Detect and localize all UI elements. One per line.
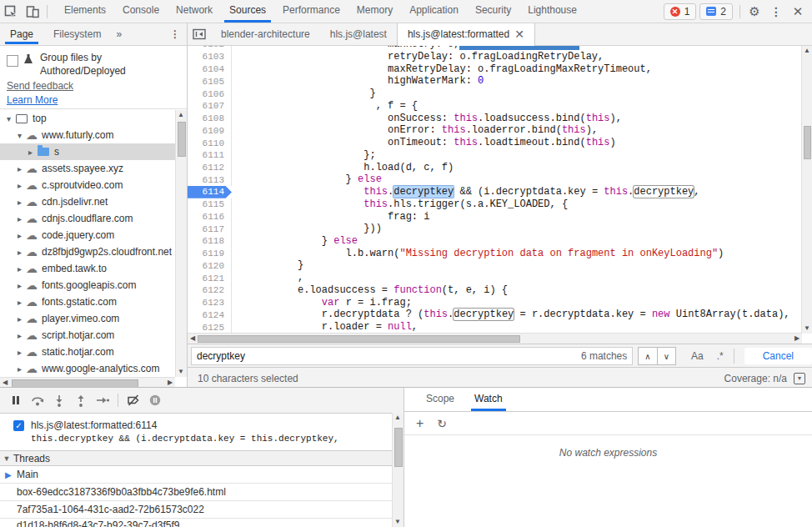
- chevron-right-icon[interactable]: ▸: [14, 348, 25, 357]
- line-number[interactable]: 6102: [188, 46, 232, 51]
- error-badge[interactable]: ✕ 1: [664, 3, 697, 20]
- editor-tab-hls-js-latest[interactable]: hls.js@latest: [320, 23, 397, 45]
- tree-item-embed-tawk-to[interactable]: ▸☁embed.tawk.to: [0, 260, 175, 277]
- tree-item-fonts-googleapis-com[interactable]: ▸☁fonts.googleapis.com: [0, 277, 175, 294]
- chevron-right-icon[interactable]: ▸: [14, 181, 25, 190]
- code-line[interactable]: 6108 onSuccess: this.loadsuccess.bind(th…: [188, 113, 802, 125]
- chevron-down-icon[interactable]: ▾: [3, 114, 14, 123]
- threads-section-header[interactable]: ▼ Threads: [0, 450, 403, 466]
- tree-item-dz8fbjd9gwp2s-cloudfront-net[interactable]: ▸☁dz8fbjd9gwp2s.cloudfront.net: [0, 243, 175, 260]
- tree-item-cdnjs-cloudflare-com[interactable]: ▸☁cdnjs.cloudflare.com: [0, 210, 175, 227]
- device-toolbar-icon[interactable]: [22, 1, 43, 23]
- line-number[interactable]: 6124: [188, 309, 232, 321]
- scroll-down-icon[interactable]: ▼: [393, 517, 403, 527]
- line-number[interactable]: 6110: [188, 137, 232, 149]
- line-number[interactable]: 6119: [188, 248, 232, 260]
- tab-memory[interactable]: Memory: [348, 0, 401, 23]
- code-line[interactable]: 6114 this.decryptkey && (i.decryptdata.k…: [188, 186, 802, 198]
- code-line[interactable]: 6102 maxRetry: o,: [188, 46, 802, 51]
- code-line[interactable]: 6106 }: [188, 88, 802, 100]
- tab-lighthouse[interactable]: Lighthouse: [519, 0, 585, 23]
- tree-item-player-vimeo-com[interactable]: ▸☁player.vimeo.com: [0, 310, 175, 327]
- sidebar-menu-icon[interactable]: ⋮: [163, 28, 187, 40]
- line-number[interactable]: 6105: [188, 75, 232, 88]
- scroll-up-icon[interactable]: ▲: [802, 46, 812, 56]
- scrollbar-thumb[interactable]: [804, 126, 811, 159]
- scrollbar-thumb[interactable]: [178, 122, 186, 157]
- scroll-right-icon[interactable]: ▶: [792, 334, 802, 344]
- tab-scope[interactable]: Scope: [416, 388, 464, 411]
- tab-security[interactable]: Security: [467, 0, 519, 23]
- chevron-right-icon[interactable]: ▸: [14, 281, 25, 290]
- sidebar-tab-filesystem[interactable]: Filesystem: [43, 24, 111, 44]
- code-line[interactable]: 6110 onTimeout: this.loadtimeout.bind(th…: [188, 137, 802, 149]
- scroll-down-icon[interactable]: ▼: [176, 367, 186, 377]
- code-line[interactable]: 6113 } else: [188, 173, 802, 186]
- more-options-icon[interactable]: ⋮: [765, 1, 787, 23]
- tab-console[interactable]: Console: [114, 0, 168, 23]
- close-tab-icon[interactable]: ✕: [514, 24, 524, 45]
- editor-tab-hls-js-latest-formatted[interactable]: hls.js@latest:formatted✕: [397, 23, 535, 46]
- scrollbar-thumb[interactable]: [394, 428, 403, 467]
- deactivate-breakpoints-icon[interactable]: [123, 389, 144, 411]
- tree-item-www-google-analytics-com[interactable]: ▸☁www.google-analytics.com: [0, 360, 175, 377]
- tree-item-static-hotjar-com[interactable]: ▸☁static.hotjar.com: [0, 344, 175, 360]
- code-area[interactable]: 6102 maxRetry: o, 6103 retryDelay: o.fra…: [188, 46, 802, 334]
- line-number[interactable]: 6112: [188, 162, 232, 174]
- editor-tab-blender-architecture[interactable]: blender-architecture: [211, 23, 320, 45]
- search-input[interactable]: [197, 350, 576, 362]
- line-number[interactable]: 6109: [188, 124, 232, 137]
- step-out-icon[interactable]: [70, 389, 92, 411]
- code-line[interactable]: 6121 ,: [188, 272, 802, 284]
- thread-row-box-69edcc3187336f9b0a3fbb4c73be9fe6-html[interactable]: box-69edcc3187336f9b0a3fbb4c73be9fe6.htm…: [0, 484, 403, 501]
- close-devtools-icon[interactable]: ✕: [787, 1, 809, 23]
- learn-more-link[interactable]: Learn More: [7, 94, 180, 106]
- line-number[interactable]: 6104: [188, 63, 232, 76]
- scrollbar-thumb[interactable]: [198, 335, 520, 343]
- chevron-right-icon[interactable]: ▸: [14, 298, 25, 307]
- chevron-down-icon[interactable]: ▾: [14, 131, 25, 140]
- code-line[interactable]: 6125 r.loader = null,: [188, 321, 802, 334]
- search-input-box[interactable]: 6 matches: [191, 347, 633, 365]
- step-icon[interactable]: [92, 389, 113, 411]
- breakpoint-checkbox[interactable]: ✓: [13, 420, 24, 431]
- step-into-icon[interactable]: [48, 389, 70, 411]
- previous-match-button[interactable]: ∧: [638, 347, 657, 365]
- pause-script-icon[interactable]: [5, 389, 27, 411]
- code-line[interactable]: 6123 var r = i.frag;: [188, 297, 802, 309]
- line-number[interactable]: 6106: [188, 88, 232, 100]
- code-line[interactable]: 6111 };: [188, 149, 802, 162]
- inspect-element-icon[interactable]: [0, 1, 22, 23]
- tree-item-code-jquery-com[interactable]: ▸☁code.jquery.com: [0, 227, 175, 243]
- tree-item-script-hotjar-com[interactable]: ▸☁script.hotjar.com: [0, 327, 175, 344]
- match-case-button[interactable]: Aa: [684, 350, 710, 362]
- line-number[interactable]: 6107: [188, 100, 232, 113]
- line-number[interactable]: 6125: [188, 321, 232, 334]
- line-number[interactable]: 6121: [188, 272, 232, 284]
- code-line[interactable]: 6109 onError: this.loaderror.bind(this),: [188, 124, 802, 137]
- line-number[interactable]: 6118: [188, 235, 232, 248]
- chevron-right-icon[interactable]: ▸: [14, 231, 25, 240]
- tree-item-assets-spayee-xyz[interactable]: ▸☁assets.spayee.xyz: [0, 160, 175, 177]
- send-feedback-link[interactable]: Send feedback: [7, 80, 180, 92]
- issues-badge[interactable]: 2: [699, 3, 733, 20]
- refresh-icon[interactable]: ↻: [437, 417, 447, 430]
- code-line[interactable]: 6116 frag: i: [188, 211, 802, 223]
- tab-sources[interactable]: Sources: [221, 0, 274, 23]
- tree-item-www-futurly-com[interactable]: ▾☁www.futurly.com: [0, 127, 175, 143]
- line-number[interactable]: 6111: [188, 149, 232, 162]
- code-line[interactable]: 6107 , f = {: [188, 100, 802, 113]
- breakpoint-entry[interactable]: ✓ hls.js@latest:formatted:6114 this.decr…: [0, 414, 403, 450]
- code-line[interactable]: 6124 r.decryptdata ? (this.decryptkey = …: [188, 309, 802, 321]
- chevron-right-icon[interactable]: ▸: [14, 331, 25, 340]
- code-line[interactable]: 6112 h.load(d, c, f): [188, 162, 802, 174]
- scroll-up-icon[interactable]: ▲: [176, 110, 186, 120]
- code-line[interactable]: 6120 }: [188, 259, 802, 272]
- step-over-icon[interactable]: [27, 389, 48, 411]
- tab-watch[interactable]: Watch: [464, 388, 513, 411]
- code-line[interactable]: 6103 retryDelay: o.fragLoadingRetryDelay…: [188, 51, 802, 63]
- cancel-button[interactable]: Cancel: [744, 348, 812, 364]
- chevron-right-icon[interactable]: ▸: [14, 314, 25, 324]
- code-line[interactable]: 6104 maxRetryDelay: o.fragLoadingMaxRetr…: [188, 63, 802, 76]
- chevron-right-icon[interactable]: ▸: [14, 248, 25, 257]
